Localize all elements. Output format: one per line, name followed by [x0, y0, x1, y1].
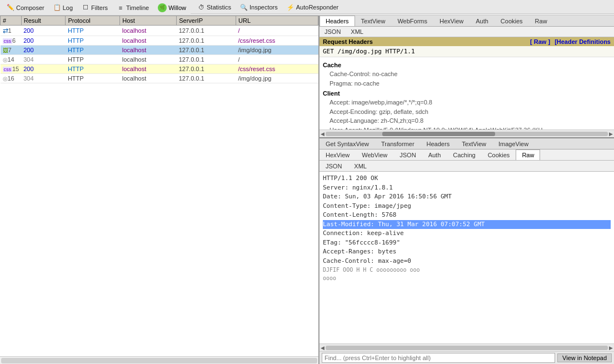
right-panel: Headers TextView WebForms HexView Auth C… — [320, 16, 614, 364]
col-header-num: # — [1, 16, 22, 26]
row-num-7: 🖼7 — [1, 46, 22, 55]
response-sub-sub-bar: JSON XML — [320, 161, 614, 172]
row-result-14: 304 — [21, 55, 66, 64]
row-serverip-6: 127.0.0.1 — [177, 36, 236, 46]
row-host-1: localhost — [120, 26, 177, 36]
row-host-6: localhost — [120, 36, 177, 46]
tab-hexview[interactable]: HexView — [433, 16, 470, 26]
traffic-table: # Result Protocol Host ServerIP URL ⇄1 2… — [0, 16, 318, 356]
col-header-host: Host — [120, 16, 177, 26]
row-num-15: css15 — [1, 64, 22, 74]
img-icon: 🖼 — [3, 47, 8, 53]
subtab-xml[interactable]: XML — [346, 27, 368, 37]
response-line: Cache-Control: max-age=0 — [323, 257, 611, 266]
willow-avatar: 🌿 — [158, 3, 167, 12]
row-protocol-6: HTTP — [66, 36, 120, 46]
row-serverip-15: 127.0.0.1 — [177, 64, 236, 74]
subtab-json[interactable]: JSON — [320, 27, 346, 37]
row-result-7: 200 — [21, 46, 66, 55]
row-serverip-16: 127.0.0.1 — [177, 74, 236, 83]
header-item: Pragma: no-cache — [323, 79, 611, 88]
tab-auth[interactable]: Auth — [470, 16, 495, 26]
resp-tab-transformer[interactable]: Transformer — [375, 138, 421, 149]
table-row[interactable]: ◎14 304 HTTP localhost 127.0.0.1 / — [1, 55, 318, 64]
row-url-7: /img/dog.jpg — [236, 46, 318, 55]
response-tab-bar: Get SyntaxView Transformer Headers TextV… — [320, 138, 614, 149]
response-line: Content-Length: 5768 — [323, 211, 611, 220]
row-num-14: ◎14 — [1, 55, 22, 64]
view-in-notepad-button[interactable]: View in Notepad — [557, 353, 612, 362]
row-result-6: 200 — [21, 36, 66, 46]
find-input[interactable] — [322, 353, 555, 363]
request-headers-title: Request Headers — [323, 38, 373, 45]
resp-tab-webview[interactable]: WebView — [356, 149, 393, 160]
filters-button[interactable]: ☐ Filters — [77, 3, 112, 13]
header-item: Accept-Language: zh-CN,zh;q=0.8 — [323, 116, 611, 126]
log-icon: 📋 — [53, 4, 61, 12]
table-row[interactable]: ◎16 304 HTTP localhost 127.0.0.1 /img/do… — [1, 74, 318, 83]
tab-webforms[interactable]: WebForms — [391, 16, 433, 26]
row-host-16: localhost — [120, 74, 177, 83]
header-item: Accept: image/webp,image/*,*/*;q=0.8 — [323, 98, 611, 107]
table-row[interactable]: css6 200 HTTP localhost 127.0.0.1 /css/r… — [1, 36, 318, 46]
willow-badge: 🌿 Willow — [153, 2, 191, 13]
row-url-1: / — [236, 26, 318, 36]
col-header-serverip: ServerIP — [177, 16, 236, 26]
resp-tab-headers[interactable]: Headers — [421, 138, 456, 149]
row-url-16: /img/dog.jpg — [236, 74, 318, 83]
table-row[interactable]: ⇄1 200 HTTP localhost 127.0.0.1 / — [1, 26, 318, 36]
horizontal-scrollbar-thumb[interactable] — [1, 358, 317, 363]
header-group-name: Client — [323, 90, 611, 97]
log-button[interactable]: 📋 Log — [49, 3, 77, 13]
response-hscroll[interactable]: ◀ ▶ — [320, 343, 614, 351]
css-icon: css — [3, 38, 13, 44]
response-line: Date: Sun, 03 Apr 2016 16:50:56 GMT — [323, 192, 611, 202]
table-row[interactable]: 🖼7 200 HTTP localhost 127.0.0.1 /img/dog… — [1, 46, 318, 55]
resp-tab-xml[interactable]: XML — [348, 161, 373, 171]
resp-tab-json2[interactable]: JSON — [320, 161, 348, 171]
response-line: HTTP/1.1 200 OK — [323, 174, 611, 183]
header-item: Cache-Control: no-cache — [323, 69, 611, 79]
resp-tab-imageview[interactable]: ImageView — [492, 138, 535, 149]
resp-tab-json[interactable]: JSON — [393, 149, 422, 160]
statistics-button[interactable]: ⏱ Statistics — [193, 2, 236, 12]
inspector-tab-bar: Headers TextView WebForms HexView Auth C… — [320, 16, 614, 27]
autoresponder-button[interactable]: ⚡ AutoResponder — [282, 2, 343, 12]
tab-cookies[interactable]: Cookies — [495, 16, 529, 26]
request-hscroll[interactable]: ◀ ▶ — [320, 129, 614, 137]
composer-button[interactable]: ✏️ Composer — [2, 3, 49, 13]
row-protocol-16: HTTP — [66, 74, 120, 83]
tab-raw[interactable]: Raw — [529, 16, 553, 26]
resp-tab-textview[interactable]: TextView — [456, 138, 492, 149]
circle-icon: ◎ — [3, 57, 8, 63]
raw-link[interactable]: [ Raw ] — [530, 38, 550, 45]
timeline-icon: ≡ — [117, 4, 124, 12]
header-def-link[interactable]: [Header Definitions — [555, 38, 611, 45]
main-split: # Result Protocol Host ServerIP URL ⇄1 2… — [0, 16, 614, 364]
resp-tab-hexview[interactable]: HexView — [320, 149, 356, 160]
inspectors-button[interactable]: 🔍 Inspectors — [236, 2, 282, 12]
composer-icon: ✏️ — [7, 4, 14, 12]
resp-tab-auth[interactable]: Auth — [422, 149, 447, 160]
response-raw-text-2: оооо — [323, 274, 611, 282]
find-bar: View in Notepad — [320, 351, 614, 364]
timeline-button[interactable]: ≡ Timeline — [112, 3, 153, 13]
statistics-icon: ⏱ — [197, 3, 205, 11]
resp-tab-syntaxview[interactable]: Get SyntaxView — [320, 138, 375, 149]
resp-tab-caching[interactable]: Caching — [447, 149, 481, 160]
col-header-url: URL — [236, 16, 318, 26]
row-result-15: 200 — [21, 64, 66, 74]
row-serverip-7: 127.0.0.1 — [177, 46, 236, 55]
resp-tab-cookies[interactable]: Cookies — [482, 149, 516, 160]
header-item: Accept-Encoding: gzip, deflate, sdch — [323, 107, 611, 117]
tab-headers[interactable]: Headers — [320, 16, 355, 26]
css-icon: css — [3, 67, 13, 72]
bottom-scrollbar[interactable] — [0, 356, 318, 364]
tab-textview[interactable]: TextView — [355, 16, 392, 26]
inspectors-icon: 🔍 — [240, 3, 248, 11]
table-row[interactable]: css15 200 HTTP localhost 127.0.0.1 /css/… — [1, 64, 318, 74]
col-header-result: Result — [21, 16, 66, 26]
response-sub-bar: HexView WebView JSON Auth Caching Cookie… — [320, 149, 614, 161]
resp-tab-raw[interactable]: Raw — [516, 149, 540, 160]
response-line: Accept-Ranges: bytes — [323, 247, 611, 257]
